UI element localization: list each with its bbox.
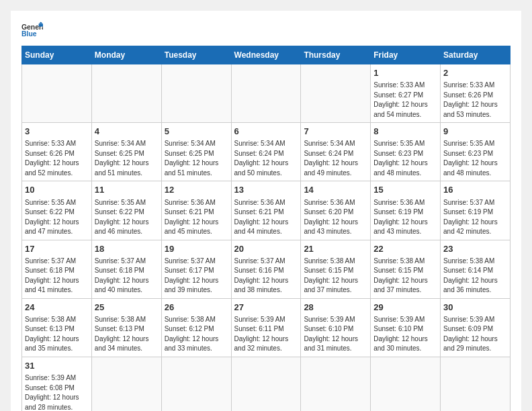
day-number: 16: [443, 184, 507, 196]
day-cell: 7Sunrise: 5:34 AM Sunset: 6:24 PM Daylig…: [301, 123, 371, 181]
day-info: Sunrise: 5:37 AM Sunset: 6:19 PM Dayligh…: [443, 198, 507, 237]
weekday-header-monday: Monday: [91, 46, 161, 64]
day-info: Sunrise: 5:35 AM Sunset: 6:23 PM Dayligh…: [373, 139, 437, 178]
weekday-header-row: SundayMondayTuesdayWednesdayThursdayFrid…: [22, 46, 511, 64]
day-cell: 13Sunrise: 5:36 AM Sunset: 6:21 PM Dayli…: [231, 181, 301, 240]
day-info: Sunrise: 5:35 AM Sunset: 6:22 PM Dayligh…: [25, 198, 89, 237]
header: General Blue: [21, 21, 511, 40]
day-cell: 22Sunrise: 5:38 AM Sunset: 6:15 PM Dayli…: [371, 240, 441, 298]
day-number: 18: [95, 243, 159, 255]
day-info: Sunrise: 5:38 AM Sunset: 6:13 PM Dayligh…: [95, 315, 159, 354]
day-cell: 10Sunrise: 5:35 AM Sunset: 6:22 PM Dayli…: [22, 181, 92, 240]
day-number: 6: [234, 126, 298, 138]
day-info: Sunrise: 5:37 AM Sunset: 6:18 PM Dayligh…: [25, 257, 89, 295]
day-number: 1: [373, 67, 437, 79]
day-cell: [91, 64, 161, 123]
day-info: Sunrise: 5:39 AM Sunset: 6:09 PM Dayligh…: [443, 315, 507, 354]
day-info: Sunrise: 5:36 AM Sunset: 6:21 PM Dayligh…: [165, 198, 228, 237]
day-number: 20: [234, 243, 298, 255]
day-cell: 6Sunrise: 5:34 AM Sunset: 6:24 PM Daylig…: [231, 123, 301, 181]
day-info: Sunrise: 5:39 AM Sunset: 6:11 PM Dayligh…: [234, 315, 298, 354]
day-number: 10: [25, 184, 89, 196]
day-number: 21: [304, 243, 367, 255]
day-cell: 29Sunrise: 5:39 AM Sunset: 6:10 PM Dayli…: [371, 298, 441, 357]
weekday-header-wednesday: Wednesday: [231, 46, 301, 64]
day-cell: 16Sunrise: 5:37 AM Sunset: 6:19 PM Dayli…: [441, 181, 511, 240]
weekday-header-friday: Friday: [371, 46, 441, 64]
day-number: 24: [25, 302, 89, 314]
day-cell: [91, 357, 161, 411]
svg-rect-3: [39, 24, 43, 27]
day-number: 26: [165, 302, 228, 314]
day-cell: 31Sunrise: 5:39 AM Sunset: 6:08 PM Dayli…: [22, 357, 92, 411]
week-row-3: 10Sunrise: 5:35 AM Sunset: 6:22 PM Dayli…: [22, 181, 511, 240]
day-cell: 25Sunrise: 5:38 AM Sunset: 6:13 PM Dayli…: [91, 298, 161, 357]
weekday-header-sunday: Sunday: [22, 46, 92, 64]
svg-text:Blue: Blue: [21, 30, 37, 38]
day-number: 23: [443, 243, 507, 255]
day-info: Sunrise: 5:39 AM Sunset: 6:10 PM Dayligh…: [304, 315, 367, 354]
day-number: 27: [234, 302, 298, 314]
day-cell: 4Sunrise: 5:34 AM Sunset: 6:25 PM Daylig…: [91, 123, 161, 181]
logo-icon: General Blue: [21, 21, 43, 40]
day-number: 3: [25, 126, 89, 138]
day-cell: [301, 357, 371, 411]
day-info: Sunrise: 5:38 AM Sunset: 6:15 PM Dayligh…: [304, 257, 367, 295]
day-number: 11: [95, 184, 159, 196]
day-cell: [161, 64, 231, 123]
day-info: Sunrise: 5:38 AM Sunset: 6:12 PM Dayligh…: [165, 315, 228, 354]
day-number: 7: [304, 126, 367, 138]
day-cell: 23Sunrise: 5:38 AM Sunset: 6:14 PM Dayli…: [441, 240, 511, 298]
day-number: 28: [304, 302, 367, 314]
day-number: 22: [373, 243, 437, 255]
day-cell: [22, 64, 92, 123]
day-info: Sunrise: 5:36 AM Sunset: 6:19 PM Dayligh…: [373, 198, 437, 237]
logo: General Blue: [21, 21, 43, 40]
day-number: 2: [443, 67, 507, 79]
day-info: Sunrise: 5:38 AM Sunset: 6:15 PM Dayligh…: [373, 257, 437, 295]
day-info: Sunrise: 5:34 AM Sunset: 6:24 PM Dayligh…: [304, 139, 367, 178]
week-row-2: 3Sunrise: 5:33 AM Sunset: 6:26 PM Daylig…: [22, 123, 511, 181]
day-cell: 30Sunrise: 5:39 AM Sunset: 6:09 PM Dayli…: [441, 298, 511, 357]
day-cell: [161, 357, 231, 411]
day-number: 31: [25, 360, 89, 372]
day-number: 5: [165, 126, 228, 138]
day-cell: 17Sunrise: 5:37 AM Sunset: 6:18 PM Dayli…: [22, 240, 92, 298]
day-cell: 19Sunrise: 5:37 AM Sunset: 6:17 PM Dayli…: [161, 240, 231, 298]
day-number: 30: [443, 302, 507, 314]
day-number: 19: [165, 243, 228, 255]
day-info: Sunrise: 5:37 AM Sunset: 6:16 PM Dayligh…: [234, 257, 298, 295]
week-row-6: 31Sunrise: 5:39 AM Sunset: 6:08 PM Dayli…: [22, 357, 511, 411]
day-number: 8: [373, 126, 437, 138]
day-cell: 20Sunrise: 5:37 AM Sunset: 6:16 PM Dayli…: [231, 240, 301, 298]
day-number: 12: [165, 184, 228, 196]
day-cell: 18Sunrise: 5:37 AM Sunset: 6:18 PM Dayli…: [91, 240, 161, 298]
day-cell: 9Sunrise: 5:35 AM Sunset: 6:23 PM Daylig…: [441, 123, 511, 181]
day-info: Sunrise: 5:34 AM Sunset: 6:24 PM Dayligh…: [234, 139, 298, 178]
day-info: Sunrise: 5:34 AM Sunset: 6:25 PM Dayligh…: [95, 139, 159, 178]
day-number: 9: [443, 126, 507, 138]
day-number: 15: [373, 184, 437, 196]
day-info: Sunrise: 5:36 AM Sunset: 6:21 PM Dayligh…: [234, 198, 298, 237]
day-info: Sunrise: 5:37 AM Sunset: 6:18 PM Dayligh…: [95, 257, 159, 295]
day-cell: 3Sunrise: 5:33 AM Sunset: 6:26 PM Daylig…: [22, 123, 92, 181]
day-cell: 2Sunrise: 5:33 AM Sunset: 6:26 PM Daylig…: [441, 64, 511, 123]
day-cell: 24Sunrise: 5:38 AM Sunset: 6:13 PM Dayli…: [22, 298, 92, 357]
day-number: 29: [373, 302, 437, 314]
day-cell: 15Sunrise: 5:36 AM Sunset: 6:19 PM Dayli…: [371, 181, 441, 240]
day-cell: [231, 357, 301, 411]
day-number: 14: [304, 184, 367, 196]
day-cell: 28Sunrise: 5:39 AM Sunset: 6:10 PM Dayli…: [301, 298, 371, 357]
day-info: Sunrise: 5:35 AM Sunset: 6:22 PM Dayligh…: [95, 198, 159, 237]
week-row-4: 17Sunrise: 5:37 AM Sunset: 6:18 PM Dayli…: [22, 240, 511, 298]
calendar-page: General Blue SundayMondayTuesdayWednesda…: [11, 11, 521, 411]
day-info: Sunrise: 5:38 AM Sunset: 6:14 PM Dayligh…: [443, 257, 507, 295]
day-cell: [371, 357, 441, 411]
weekday-header-thursday: Thursday: [301, 46, 371, 64]
day-info: Sunrise: 5:37 AM Sunset: 6:17 PM Dayligh…: [165, 257, 228, 295]
day-number: 17: [25, 243, 89, 255]
day-cell: 8Sunrise: 5:35 AM Sunset: 6:23 PM Daylig…: [371, 123, 441, 181]
day-info: Sunrise: 5:33 AM Sunset: 6:26 PM Dayligh…: [443, 81, 507, 120]
day-cell: 26Sunrise: 5:38 AM Sunset: 6:12 PM Dayli…: [161, 298, 231, 357]
day-cell: 5Sunrise: 5:34 AM Sunset: 6:25 PM Daylig…: [161, 123, 231, 181]
